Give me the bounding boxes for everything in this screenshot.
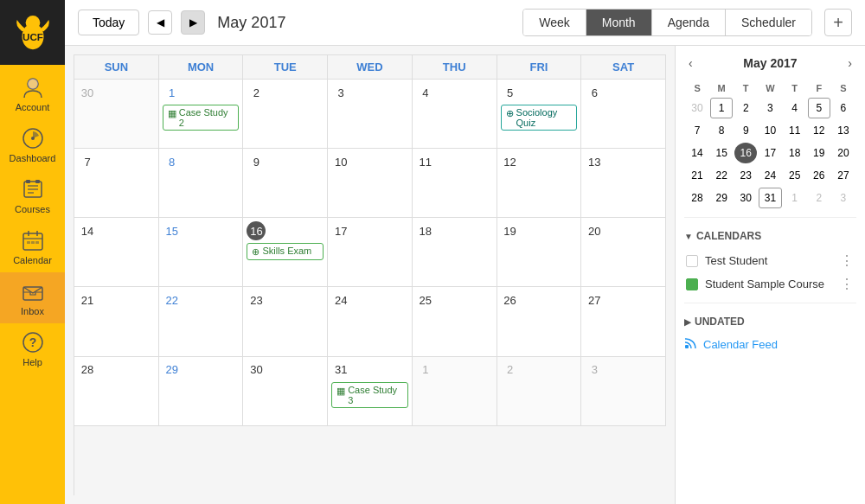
- mini-day-today[interactable]: 16: [734, 143, 757, 163]
- mini-day[interactable]: 4: [784, 98, 806, 118]
- table-row[interactable]: 9: [243, 149, 328, 218]
- mini-day[interactable]: 3: [759, 98, 781, 118]
- mini-day[interactable]: 24: [759, 165, 781, 186]
- mini-day[interactable]: 14: [686, 143, 708, 163]
- event-case-study-3[interactable]: ▦ Case Study 3: [331, 382, 408, 408]
- table-row[interactable]: 12: [497, 149, 582, 218]
- mini-day[interactable]: 30: [734, 188, 757, 208]
- table-row[interactable]: 20: [581, 218, 666, 287]
- tab-month[interactable]: Month: [586, 10, 652, 35]
- mini-prev-button[interactable]: ‹: [684, 54, 697, 72]
- mini-day[interactable]: 27: [832, 165, 855, 186]
- tab-week[interactable]: Week: [523, 10, 586, 35]
- mini-day[interactable]: 20: [832, 143, 855, 163]
- dashboard-icon: [21, 126, 45, 150]
- table-row[interactable]: 2: [497, 357, 582, 426]
- table-row[interactable]: 28: [74, 357, 159, 426]
- mini-day[interactable]: 3: [832, 188, 855, 208]
- calendar-options-student-sample[interactable]: ⋮: [840, 276, 855, 292]
- mini-day[interactable]: 1: [710, 98, 733, 118]
- table-row[interactable]: 21: [74, 287, 159, 356]
- sidebar-item-courses[interactable]: Courses: [0, 170, 65, 221]
- table-row[interactable]: 29: [159, 357, 244, 426]
- table-row[interactable]: 25: [413, 287, 497, 356]
- sidebar-item-calendar[interactable]: Calendar: [0, 221, 65, 272]
- mini-day[interactable]: 19: [808, 143, 830, 163]
- prev-button[interactable]: ◀: [148, 10, 172, 35]
- next-button[interactable]: ▶: [181, 10, 205, 35]
- table-row[interactable]: 24: [328, 287, 413, 356]
- table-row[interactable]: 1: [413, 357, 497, 426]
- mini-day[interactable]: 6: [832, 98, 855, 118]
- table-row[interactable]: 16 ⊕ Skills Exam: [243, 218, 328, 287]
- sidebar-item-account[interactable]: Account: [0, 68, 65, 119]
- mini-day[interactable]: 29: [710, 188, 733, 208]
- mini-day[interactable]: 10: [759, 120, 781, 141]
- table-row[interactable]: 1 ▦ Case Study 2: [159, 80, 244, 149]
- table-row[interactable]: 3: [328, 80, 413, 149]
- table-row[interactable]: 22: [159, 287, 244, 356]
- mini-day[interactable]: 21: [686, 165, 708, 186]
- table-row[interactable]: 3: [581, 357, 666, 426]
- mini-day[interactable]: 23: [734, 165, 757, 186]
- mini-day[interactable]: 17: [759, 143, 781, 163]
- undated-section-title: ▶ UNDATED: [684, 316, 856, 328]
- event-sociology-quiz[interactable]: ⊕ Sociology Quiz: [501, 105, 578, 131]
- mini-day[interactable]: 13: [832, 120, 855, 141]
- sidebar-item-help[interactable]: ? Help: [0, 323, 65, 374]
- mini-day[interactable]: 30: [686, 98, 708, 118]
- table-row[interactable]: 2: [243, 80, 328, 149]
- table-row[interactable]: 7: [74, 149, 159, 218]
- svg-rect-17: [27, 241, 30, 244]
- event-skills-exam[interactable]: ⊕ Skills Exam: [247, 243, 324, 260]
- table-row[interactable]: 8: [159, 149, 244, 218]
- mini-day[interactable]: 9: [734, 120, 757, 141]
- tab-scheduler[interactable]: Scheduler: [726, 10, 811, 35]
- table-row[interactable]: 26: [497, 287, 582, 356]
- today-button[interactable]: Today: [78, 10, 139, 35]
- mini-day[interactable]: 15: [710, 143, 733, 163]
- table-row[interactable]: 15: [159, 218, 244, 287]
- table-row[interactable]: 14: [74, 218, 159, 287]
- table-row[interactable]: 6: [581, 80, 666, 149]
- table-row[interactable]: 30: [74, 80, 159, 149]
- table-row[interactable]: 13: [581, 149, 666, 218]
- table-row[interactable]: 4: [413, 80, 497, 149]
- mini-day[interactable]: 11: [784, 120, 806, 141]
- table-row[interactable]: 11: [413, 149, 497, 218]
- table-row[interactable]: 30: [243, 357, 328, 426]
- mini-day[interactable]: 26: [808, 165, 830, 186]
- mini-day[interactable]: 18: [784, 143, 806, 163]
- sidebar-item-inbox[interactable]: Inbox: [0, 272, 65, 323]
- sidebar-item-dashboard[interactable]: Dashboard: [0, 119, 65, 170]
- calendar-feed-link[interactable]: Calendar Feed: [684, 336, 856, 353]
- mini-day[interactable]: 5: [808, 98, 830, 118]
- mini-day[interactable]: 8: [710, 120, 733, 141]
- sidebar-item-inbox-label: Inbox: [21, 306, 44, 316]
- mini-day[interactable]: 25: [784, 165, 806, 186]
- mini-day[interactable]: 28: [686, 188, 708, 208]
- mini-day[interactable]: 12: [808, 120, 830, 141]
- table-row[interactable]: 23: [243, 287, 328, 356]
- event-case-study-2[interactable]: ▦ Case Study 2: [163, 105, 240, 131]
- calendars-section-title: ▼ CALENDARS: [684, 230, 856, 242]
- mini-day[interactable]: 2: [734, 98, 757, 118]
- table-row[interactable]: 10: [328, 149, 413, 218]
- calendar-options-test-student[interactable]: ⋮: [840, 252, 855, 269]
- mini-next-button[interactable]: ›: [843, 54, 856, 72]
- tab-agenda[interactable]: Agenda: [652, 10, 726, 35]
- table-row[interactable]: 19: [497, 218, 582, 287]
- table-row[interactable]: 5 ⊕ Sociology Quiz: [497, 80, 582, 149]
- table-row[interactable]: 31 ▦ Case Study 3: [328, 357, 413, 426]
- mini-day[interactable]: 2: [808, 188, 830, 208]
- mini-day[interactable]: 1: [784, 188, 806, 208]
- mini-day[interactable]: 7: [686, 120, 708, 141]
- mini-day[interactable]: 31: [759, 188, 781, 208]
- mini-day[interactable]: 22: [710, 165, 733, 186]
- table-row[interactable]: 27: [581, 287, 666, 356]
- table-row[interactable]: 17: [328, 218, 413, 287]
- sidebar-item-dashboard-label: Dashboard: [10, 153, 56, 163]
- inbox-icon: [21, 279, 45, 303]
- add-button[interactable]: +: [824, 9, 852, 36]
- table-row[interactable]: 18: [413, 218, 497, 287]
